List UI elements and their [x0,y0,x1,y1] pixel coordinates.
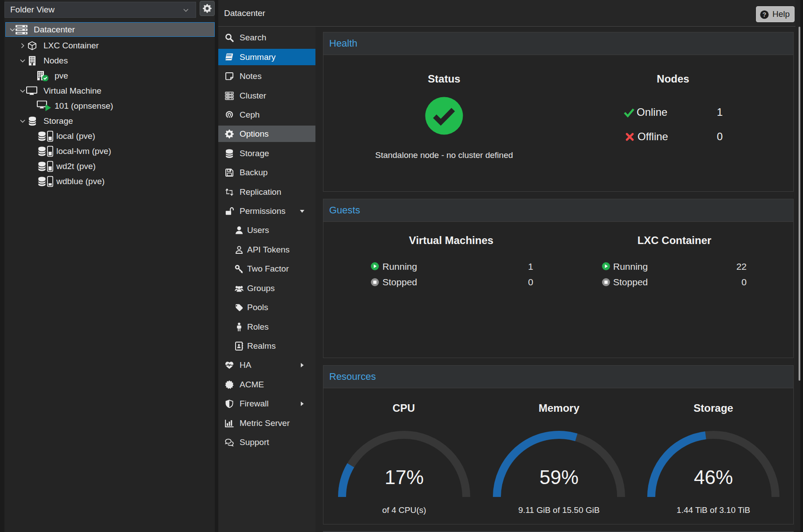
svg-text:?: ? [763,11,767,18]
